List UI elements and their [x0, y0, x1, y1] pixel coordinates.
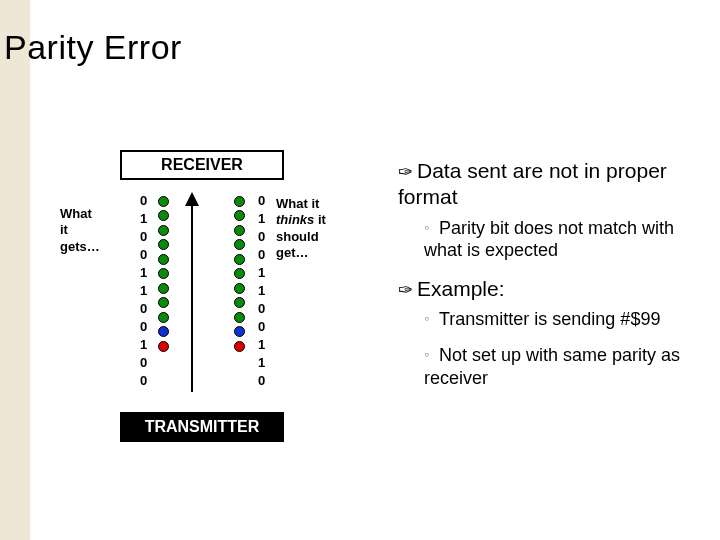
- dot-icon: [234, 326, 245, 337]
- dot-icon: [158, 210, 169, 221]
- bit-value: 1: [258, 336, 265, 354]
- bit-value: 0: [140, 354, 147, 372]
- bit-value: 0: [258, 318, 265, 336]
- t: Transmitter is sending #$99: [439, 309, 660, 329]
- dot-icon: [158, 239, 169, 250]
- dot-icon: [234, 210, 245, 221]
- bit-value: 1: [140, 210, 147, 228]
- bit-value: 0: [140, 372, 147, 390]
- t: What: [60, 206, 92, 221]
- bullet-2-text: Example:: [417, 277, 505, 300]
- bit-value: 1: [140, 282, 147, 300]
- dot-icon: [234, 254, 245, 265]
- bullet-2-sub-2: ◦Not set up with same parity as receiver: [424, 344, 708, 389]
- dot-icon: [158, 196, 169, 207]
- transmitter-box: TRANSMITTER: [120, 412, 284, 442]
- bullet-2-sub-1: ◦Transmitter is sending #$99: [424, 308, 708, 331]
- dot-icon: [158, 283, 169, 294]
- bit-value: 0: [140, 300, 147, 318]
- dot-icon: [234, 297, 245, 308]
- dot-icon: [158, 297, 169, 308]
- bit-value: 0: [258, 372, 265, 390]
- t: What it: [276, 196, 319, 211]
- t: Parity bit does not match with what is e…: [424, 218, 674, 261]
- receiver-bits-column: 01001100100: [140, 192, 147, 390]
- bullet-2: ✑Example:: [398, 276, 708, 302]
- dot-icon: [234, 268, 245, 279]
- arrow-up-icon: [182, 192, 202, 397]
- dot-icon: [234, 196, 245, 207]
- bullet-1: ✑Data sent are not in proper format: [398, 158, 708, 211]
- dot-icon: [234, 341, 245, 352]
- arrow-up: [182, 192, 202, 397]
- sub-bullet-icon: ◦: [424, 346, 429, 364]
- dot-icon: [234, 239, 245, 250]
- dot-icon: [234, 225, 245, 236]
- sub-bullet-icon: ◦: [424, 310, 429, 328]
- bit-value: 0: [258, 300, 265, 318]
- bit-value: 0: [258, 246, 265, 264]
- dot-icon: [158, 225, 169, 236]
- bit-streams: What it gets… 01001100100 01001100110 Wh…: [90, 186, 360, 406]
- bit-value: 1: [140, 264, 147, 282]
- parity-diagram: RECEIVER What it gets… 01001100100 01001…: [90, 150, 360, 442]
- bit-value: 1: [258, 264, 265, 282]
- dot-icon: [158, 326, 169, 337]
- bullet-icon: ✑: [398, 162, 413, 182]
- bit-value: 0: [258, 192, 265, 210]
- bit-value: 0: [140, 228, 147, 246]
- decorative-left-stripe: [0, 0, 30, 540]
- receiver-box: RECEIVER: [120, 150, 284, 180]
- thinks-dots-column: [234, 192, 245, 355]
- bit-value: 0: [140, 318, 147, 336]
- slide-title: Parity Error: [4, 28, 182, 67]
- dot-icon: [234, 283, 245, 294]
- t: get…: [276, 245, 309, 260]
- dot-icon: [158, 254, 169, 265]
- bullet-1-text: Data sent are not in proper format: [398, 159, 667, 208]
- bullet-icon: ✑: [398, 280, 413, 300]
- bullet-list: ✑Data sent are not in proper format ◦Par…: [398, 158, 708, 403]
- sub-bullet-icon: ◦: [424, 219, 429, 237]
- svg-marker-1: [185, 192, 199, 206]
- t: it: [60, 222, 68, 237]
- bit-value: 1: [140, 336, 147, 354]
- dot-icon: [158, 268, 169, 279]
- t: it: [314, 212, 326, 227]
- t: gets…: [60, 239, 100, 254]
- bit-value: 1: [258, 282, 265, 300]
- thinks-bits-column: 01001100110: [258, 192, 265, 390]
- label-what-it-thinks: What it thinks it should get…: [276, 196, 326, 261]
- t: thinks: [276, 212, 314, 227]
- bit-value: 1: [258, 354, 265, 372]
- bullet-1-sub: ◦Parity bit does not match with what is …: [424, 217, 708, 262]
- t: should: [276, 229, 319, 244]
- bit-value: 0: [258, 228, 265, 246]
- dot-icon: [158, 341, 169, 352]
- dot-icon: [158, 312, 169, 323]
- bit-value: 1: [258, 210, 265, 228]
- label-what-it-gets: What it gets…: [60, 206, 100, 255]
- dot-icon: [234, 312, 245, 323]
- t: Not set up with same parity as receiver: [424, 345, 680, 388]
- receiver-dots-column: [158, 192, 169, 355]
- bit-value: 0: [140, 192, 147, 210]
- bit-value: 0: [140, 246, 147, 264]
